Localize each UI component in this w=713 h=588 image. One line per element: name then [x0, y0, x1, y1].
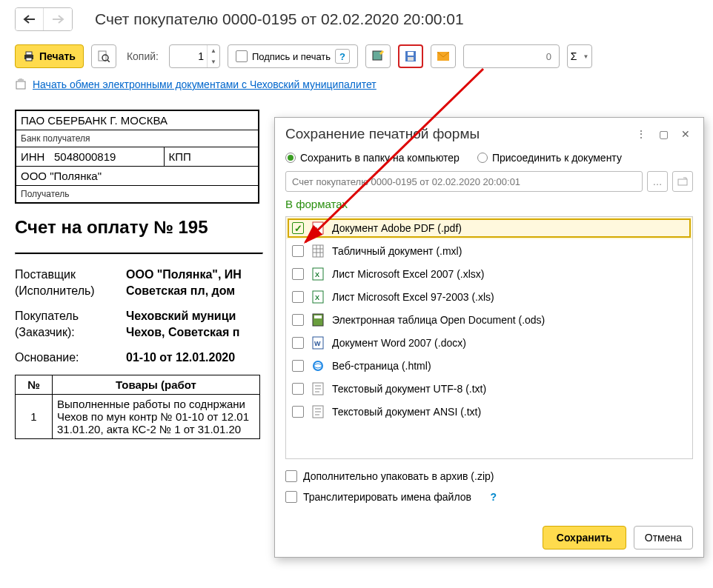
copies-label: Копий:	[127, 50, 159, 62]
svg-rect-12	[678, 179, 687, 185]
floppy-icon	[405, 50, 417, 62]
magnifier-icon	[98, 50, 110, 62]
spinner-down[interactable]: ▼	[208, 56, 219, 67]
dialog-cancel-button[interactable]: Отмена	[634, 526, 693, 549]
format-row[interactable]: XЛист Microsoft Excel 2007 (.xlsx)	[286, 263, 692, 286]
format-label: Текстовый документ UTF-8 (.txt)	[332, 383, 486, 395]
open-folder-button[interactable]	[672, 171, 693, 192]
zip-option[interactable]: Дополнительно упаковать в архив (.zip)	[285, 467, 693, 486]
dialog-save-button[interactable]: Сохранить	[543, 526, 626, 549]
dialog-close-icon[interactable]: ✕	[677, 125, 694, 143]
svg-rect-25	[314, 315, 322, 318]
format-row[interactable]: Веб-страница (.html)	[286, 355, 692, 378]
bank-label: Банк получателя	[16, 130, 259, 147]
format-checkbox[interactable]	[292, 360, 304, 372]
html-icon	[311, 359, 325, 372]
formats-list[interactable]: AДокумент Adobe PDF (.pdf)Табличный доку…	[285, 216, 693, 459]
edit-button[interactable]	[365, 44, 391, 68]
edo-link[interactable]: Начать обмен электронными документами с …	[33, 78, 377, 90]
item-description: Выполненные работы по соднржани Чехов по…	[53, 395, 260, 439]
print-button[interactable]: Печать	[15, 44, 84, 68]
radio-save-folder[interactable]: Сохранить в папку на компьютер	[285, 152, 460, 164]
save-dialog: Сохранение печатной формы ⋮ ▢ ✕ Сохранит…	[274, 117, 704, 558]
copies-input[interactable]	[170, 50, 207, 62]
svg-line-5	[107, 60, 110, 62]
exchange-icon	[15, 78, 27, 90]
translit-option[interactable]: Транслитерировать имена файлов ?	[285, 486, 693, 508]
help-icon[interactable]: ?	[486, 490, 501, 504]
nav-back-button[interactable]	[16, 8, 44, 30]
svg-rect-8	[408, 52, 414, 56]
svg-rect-1	[26, 52, 32, 55]
format-row[interactable]: XЛист Microsoft Excel 97-2003 (.xls)	[286, 286, 692, 309]
svg-rect-15	[313, 245, 323, 257]
format-checkbox[interactable]	[292, 245, 304, 257]
svg-text:X: X	[315, 294, 319, 301]
arrow-right-icon	[51, 15, 64, 24]
formats-label: В форматах	[285, 198, 693, 210]
txt-icon	[311, 405, 325, 418]
spinner-up[interactable]: ▲	[208, 45, 219, 56]
grid-pencil-icon	[372, 50, 384, 62]
format-checkbox[interactable]	[292, 291, 304, 303]
format-label: Документ Adobe PDF (.pdf)	[332, 222, 462, 234]
svg-text:X: X	[315, 271, 319, 278]
format-row[interactable]: Текстовый документ ANSI (.txt)	[286, 401, 692, 424]
radio-attach-doc[interactable]: Присоединить к документу	[477, 152, 622, 164]
format-label: Лист Microsoft Excel 97-2003 (.xls)	[332, 291, 494, 303]
pdf-icon: A	[311, 221, 325, 235]
email-button[interactable]	[431, 44, 456, 68]
sign-stamp-toggle[interactable]: Подпись и печать ?	[228, 44, 358, 68]
format-checkbox[interactable]	[292, 222, 304, 234]
svg-point-28	[314, 361, 322, 370]
svg-text:A: A	[314, 226, 319, 233]
format-label: Электронная таблица Open Document (.ods)	[332, 314, 545, 326]
svg-rect-11	[16, 81, 25, 89]
bank-name: ПАО СБЕРБАНК Г. МОСКВА	[16, 110, 259, 130]
format-label: Лист Microsoft Excel 2007 (.xlsx)	[332, 268, 484, 280]
format-row[interactable]: AДокумент Adobe PDF (.pdf)	[286, 217, 692, 240]
page-title: Счет покупателю 0000-0195 от 02.02.2020 …	[95, 10, 464, 28]
format-checkbox[interactable]	[292, 337, 304, 349]
browse-button[interactable]: …	[647, 171, 668, 192]
format-row[interactable]: WДокумент Word 2007 (.docx)	[286, 332, 692, 355]
dialog-title: Сохранение печатной формы	[285, 126, 628, 142]
org-name: ООО "Полянка"	[16, 167, 259, 186]
help-icon[interactable]: ?	[335, 49, 350, 64]
items-table: №Товары (работ 1Выполненные работы по со…	[15, 375, 260, 439]
format-label: Веб-страница (.html)	[332, 360, 431, 372]
sign-stamp-checkbox[interactable]	[236, 50, 248, 62]
format-row[interactable]: Табличный документ (.mxl)	[286, 240, 692, 263]
dialog-more-icon[interactable]: ⋮	[632, 125, 650, 143]
format-label: Текстовый документ ANSI (.txt)	[332, 406, 481, 418]
xls-icon: X	[311, 290, 325, 304]
mxl-icon	[311, 244, 325, 258]
format-row[interactable]: Электронная таблица Open Document (.ods)	[286, 309, 692, 332]
svg-rect-2	[26, 58, 32, 61]
nav-forward-button[interactable]	[44, 8, 72, 30]
folder-open-icon	[677, 176, 688, 187]
preview-button[interactable]	[91, 44, 116, 68]
copies-spinner[interactable]: ▲ ▼	[169, 44, 220, 68]
format-checkbox[interactable]	[292, 383, 304, 395]
recipient-label: Получатель	[16, 186, 259, 204]
format-label: Документ Word 2007 (.docx)	[332, 337, 466, 349]
txt-icon	[311, 382, 325, 395]
format-row[interactable]: Текстовый документ UTF-8 (.txt)	[286, 378, 692, 401]
xls-icon: X	[311, 267, 325, 281]
printer-icon	[23, 50, 35, 62]
save-button[interactable]	[398, 44, 423, 68]
svg-text:W: W	[314, 340, 321, 347]
arrow-left-icon	[23, 15, 36, 24]
sigma-icon: Σ	[571, 50, 577, 62]
filename-input[interactable]	[285, 171, 643, 192]
envelope-icon	[437, 52, 449, 61]
ods-icon	[311, 313, 325, 327]
sigma-button[interactable]: Σ ▼	[567, 44, 592, 68]
format-checkbox[interactable]	[292, 314, 304, 326]
format-checkbox[interactable]	[292, 268, 304, 280]
dialog-maximize-icon[interactable]: ▢	[654, 125, 672, 143]
format-checkbox[interactable]	[292, 406, 304, 418]
svg-rect-9	[408, 57, 414, 61]
count-display: 0	[463, 44, 560, 68]
